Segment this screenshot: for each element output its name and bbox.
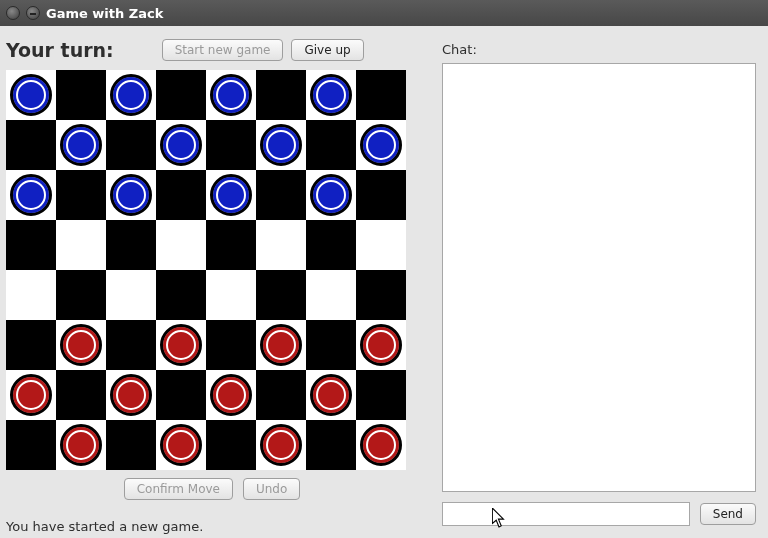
red-piece[interactable] bbox=[260, 324, 302, 366]
minimize-icon[interactable] bbox=[26, 6, 40, 20]
undo-button[interactable]: Undo bbox=[243, 478, 300, 500]
board-square[interactable] bbox=[106, 270, 156, 320]
blue-piece[interactable] bbox=[60, 124, 102, 166]
board-square[interactable] bbox=[206, 170, 256, 220]
board-square[interactable] bbox=[356, 70, 406, 120]
board-square[interactable] bbox=[156, 320, 206, 370]
board-square[interactable] bbox=[256, 420, 306, 470]
turn-label: Your turn: bbox=[6, 39, 154, 61]
board-square[interactable] bbox=[106, 420, 156, 470]
board-square[interactable] bbox=[6, 370, 56, 420]
board-square[interactable] bbox=[356, 420, 406, 470]
chat-input[interactable] bbox=[442, 502, 690, 526]
board-square[interactable] bbox=[356, 120, 406, 170]
window-title: Game with Zack bbox=[46, 6, 163, 21]
board-square[interactable] bbox=[356, 320, 406, 370]
board-square[interactable] bbox=[106, 320, 156, 370]
board-square[interactable] bbox=[56, 70, 106, 120]
board-square[interactable] bbox=[306, 120, 356, 170]
board-square[interactable] bbox=[356, 220, 406, 270]
red-piece[interactable] bbox=[160, 324, 202, 366]
red-piece[interactable] bbox=[110, 374, 152, 416]
send-button[interactable]: Send bbox=[700, 503, 756, 525]
board-square[interactable] bbox=[206, 420, 256, 470]
board-square[interactable] bbox=[206, 270, 256, 320]
blue-piece[interactable] bbox=[260, 124, 302, 166]
board-square[interactable] bbox=[256, 370, 306, 420]
board-square[interactable] bbox=[6, 120, 56, 170]
board-square[interactable] bbox=[156, 370, 206, 420]
blue-piece[interactable] bbox=[210, 174, 252, 216]
red-piece[interactable] bbox=[210, 374, 252, 416]
board-square[interactable] bbox=[306, 420, 356, 470]
board-square[interactable] bbox=[156, 170, 206, 220]
board-square[interactable] bbox=[6, 320, 56, 370]
board-square[interactable] bbox=[56, 370, 106, 420]
board-square[interactable] bbox=[6, 220, 56, 270]
red-piece[interactable] bbox=[260, 424, 302, 466]
board-square[interactable] bbox=[356, 170, 406, 220]
confirm-move-button[interactable]: Confirm Move bbox=[124, 478, 233, 500]
board-square[interactable] bbox=[106, 220, 156, 270]
close-icon[interactable] bbox=[6, 6, 20, 20]
board-square[interactable] bbox=[306, 220, 356, 270]
board-square[interactable] bbox=[306, 320, 356, 370]
red-piece[interactable] bbox=[360, 424, 402, 466]
board-square[interactable] bbox=[256, 170, 306, 220]
board-square[interactable] bbox=[206, 220, 256, 270]
blue-piece[interactable] bbox=[210, 74, 252, 116]
board-square[interactable] bbox=[106, 170, 156, 220]
blue-piece[interactable] bbox=[160, 124, 202, 166]
red-piece[interactable] bbox=[160, 424, 202, 466]
board-square[interactable] bbox=[206, 120, 256, 170]
board-square[interactable] bbox=[56, 220, 106, 270]
board-square[interactable] bbox=[306, 70, 356, 120]
board-square[interactable] bbox=[6, 270, 56, 320]
blue-piece[interactable] bbox=[10, 74, 52, 116]
board-square[interactable] bbox=[356, 270, 406, 320]
board-square[interactable] bbox=[156, 270, 206, 320]
red-piece[interactable] bbox=[10, 374, 52, 416]
board-square[interactable] bbox=[206, 370, 256, 420]
board-square[interactable] bbox=[6, 420, 56, 470]
start-new-game-button[interactable]: Start new game bbox=[162, 39, 284, 61]
board-square[interactable] bbox=[56, 270, 106, 320]
blue-piece[interactable] bbox=[360, 124, 402, 166]
board-square[interactable] bbox=[156, 120, 206, 170]
board-square[interactable] bbox=[56, 170, 106, 220]
board-square[interactable] bbox=[6, 70, 56, 120]
board-square[interactable] bbox=[256, 70, 306, 120]
board-square[interactable] bbox=[306, 170, 356, 220]
checkers-board[interactable] bbox=[6, 70, 406, 470]
board-square[interactable] bbox=[156, 70, 206, 120]
board-square[interactable] bbox=[156, 220, 206, 270]
red-piece[interactable] bbox=[360, 324, 402, 366]
blue-piece[interactable] bbox=[310, 174, 352, 216]
red-piece[interactable] bbox=[310, 374, 352, 416]
board-square[interactable] bbox=[256, 220, 306, 270]
blue-piece[interactable] bbox=[110, 74, 152, 116]
board-square[interactable] bbox=[256, 120, 306, 170]
board-square[interactable] bbox=[106, 370, 156, 420]
board-square[interactable] bbox=[106, 120, 156, 170]
board-square[interactable] bbox=[6, 170, 56, 220]
board-square[interactable] bbox=[206, 320, 256, 370]
board-square[interactable] bbox=[256, 270, 306, 320]
board-square[interactable] bbox=[106, 70, 156, 120]
board-square[interactable] bbox=[256, 320, 306, 370]
blue-piece[interactable] bbox=[10, 174, 52, 216]
board-square[interactable] bbox=[56, 120, 106, 170]
give-up-button[interactable]: Give up bbox=[291, 39, 363, 61]
board-square[interactable] bbox=[206, 70, 256, 120]
board-square[interactable] bbox=[56, 320, 106, 370]
blue-piece[interactable] bbox=[110, 174, 152, 216]
board-square[interactable] bbox=[56, 420, 106, 470]
window-titlebar: Game with Zack bbox=[0, 0, 768, 26]
board-square[interactable] bbox=[156, 420, 206, 470]
red-piece[interactable] bbox=[60, 324, 102, 366]
red-piece[interactable] bbox=[60, 424, 102, 466]
board-square[interactable] bbox=[306, 270, 356, 320]
blue-piece[interactable] bbox=[310, 74, 352, 116]
board-square[interactable] bbox=[356, 370, 406, 420]
board-square[interactable] bbox=[306, 370, 356, 420]
